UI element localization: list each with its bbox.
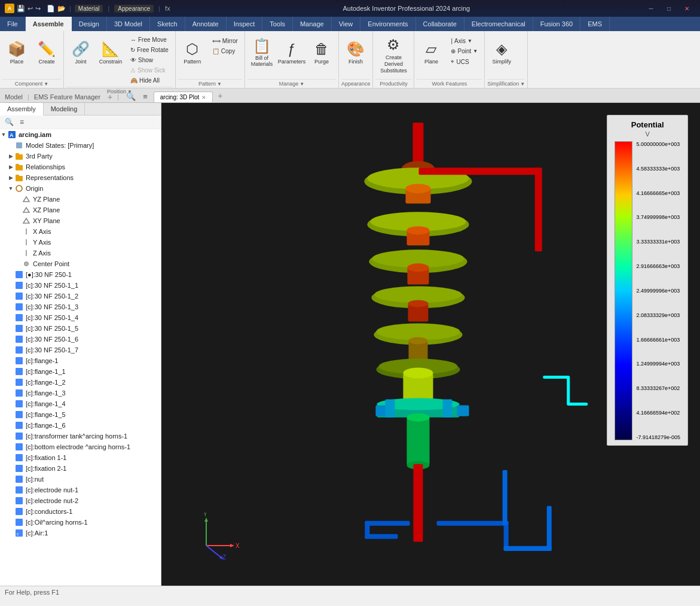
joint-button[interactable]: 🔗 Joint bbox=[66, 34, 95, 72]
component-dropdown-icon[interactable]: ▼ bbox=[44, 81, 48, 87]
tree-arrow-icon[interactable]: ▼ bbox=[7, 185, 14, 191]
search-panel-icon[interactable]: 🔍 bbox=[2, 117, 16, 127]
tree-item[interactable]: [c]:Oil^arcing horns-1 bbox=[0, 517, 161, 528]
tree-item[interactable]: [c]:30 NF 250-1_7 bbox=[0, 345, 161, 355]
tree-item[interactable]: [c]:fixation 1-1 bbox=[0, 452, 161, 463]
ribbon-tab-assemble[interactable]: Assemble bbox=[26, 17, 72, 31]
tree-item[interactable]: [c]:30 NF 250-1_1 bbox=[0, 280, 161, 291]
simplification-group-label[interactable]: Simplification ▼ bbox=[487, 79, 525, 88]
save-icon[interactable]: 💾 bbox=[17, 5, 25, 13]
arcing-3d-plot-tab[interactable]: arcing: 3D Plot ✕ bbox=[154, 92, 213, 102]
window-controls[interactable]: ─ □ ✕ bbox=[643, 2, 695, 14]
tree-item[interactable]: [c]:30 NF 250-1_4 bbox=[0, 312, 161, 323]
tree-item[interactable]: [c]:flange-1_1 bbox=[0, 366, 161, 377]
ucs-button[interactable]: ⌖ UCS bbox=[447, 56, 482, 67]
place-button[interactable]: 📦 Place bbox=[2, 34, 31, 72]
axis-button[interactable]: | Axis ▼ bbox=[447, 36, 482, 46]
manage-dropdown-icon[interactable]: ▼ bbox=[299, 81, 304, 87]
tree-item[interactable]: [c]:bottom electrode ^arcing horns-1 bbox=[0, 441, 161, 452]
list-panel-icon[interactable]: ≡ bbox=[17, 117, 26, 127]
ribbon-tab-file[interactable]: File bbox=[0, 17, 26, 31]
ribbon-tab-view[interactable]: View bbox=[332, 17, 361, 31]
free-move-button[interactable]: ↔ Free Move bbox=[126, 35, 173, 45]
tree-item[interactable]: XZ Plane bbox=[0, 205, 161, 215]
ribbon-tab-fusion-360[interactable]: Fusion 360 bbox=[533, 17, 580, 31]
ribbon-tab-environments[interactable]: Environments bbox=[360, 17, 415, 31]
tree-item[interactable]: [c]:electrode nut-1 bbox=[0, 485, 161, 495]
tree-item[interactable]: [c]:transformer tank^arcing horns-1 bbox=[0, 431, 161, 441]
simplify-button[interactable]: ◈ Simplify bbox=[487, 34, 516, 72]
tab-close-icon[interactable]: ✕ bbox=[201, 95, 206, 101]
tree-item[interactable]: Center Point bbox=[0, 258, 161, 269]
axis-dropdown-icon[interactable]: ▼ bbox=[467, 38, 472, 44]
tree-item[interactable]: YZ Plane bbox=[0, 194, 161, 205]
ribbon-tab-sketch[interactable]: Sketch bbox=[150, 17, 185, 31]
hide-all-button[interactable]: 🙈 Hide All bbox=[126, 75, 173, 86]
component-group-label[interactable]: Component ▼ bbox=[2, 79, 61, 88]
tree-item[interactable]: [c]:30 NF 250-1_6 bbox=[0, 334, 161, 345]
tree-item[interactable]: Model States: [Primary] bbox=[0, 140, 161, 151]
finish-button[interactable]: 🎨 Finish bbox=[341, 34, 370, 72]
copy-button[interactable]: 📋 Copy bbox=[208, 46, 242, 56]
pattern-dropdown-icon[interactable]: ▼ bbox=[217, 81, 222, 87]
ribbon-tab-inspect[interactable]: Inspect bbox=[227, 17, 262, 31]
tree-arrow-icon[interactable]: ▶ bbox=[7, 175, 14, 181]
tree-item[interactable]: c[c]:Air:1 bbox=[0, 528, 161, 538]
3d-viewport[interactable]: Potential V 5.00000000e+0034.58333333e+0… bbox=[161, 103, 700, 586]
minimize-button[interactable]: ─ bbox=[643, 2, 659, 14]
tree-item[interactable]: ▼Origin bbox=[0, 183, 161, 194]
model-tab-button[interactable]: Model bbox=[2, 92, 25, 102]
ribbon-tab-design[interactable]: Design bbox=[72, 17, 107, 31]
tree-arrow-icon[interactable]: ▶ bbox=[7, 153, 14, 159]
tree-item[interactable]: [c]:flange-1_6 bbox=[0, 420, 161, 431]
tree-item[interactable]: [c]:flange-1_2 bbox=[0, 377, 161, 388]
bom-button[interactable]: 📋 Bill of Materials bbox=[247, 34, 276, 72]
tree-item[interactable]: [c]:fixation 2-1 bbox=[0, 463, 161, 474]
mirror-button[interactable]: ⟺ Mirror bbox=[208, 36, 242, 46]
search-doc-icon[interactable]: 🔍 bbox=[124, 91, 138, 102]
tree-item[interactable]: ▼Aarcing.iam bbox=[0, 129, 161, 140]
new-icon[interactable]: 📄 bbox=[47, 5, 55, 13]
material-dropdown[interactable]: Material bbox=[75, 5, 103, 13]
ribbon-tab-annotate[interactable]: Annotate bbox=[185, 17, 227, 31]
ribbon-tab-electromechanical[interactable]: Electromechanical bbox=[464, 17, 533, 31]
tree-item[interactable]: ▶Representations bbox=[0, 172, 161, 183]
modeling-tab[interactable]: Modeling bbox=[44, 103, 85, 115]
tree-item[interactable]: [c]:electrode nut-2 bbox=[0, 495, 161, 506]
tree-arrow-icon[interactable]: ▼ bbox=[0, 132, 7, 138]
tree-item[interactable]: [c]:30 NF 250-1_3 bbox=[0, 302, 161, 312]
free-rotate-button[interactable]: ↻ Free Rotate bbox=[126, 45, 173, 55]
point-dropdown-icon[interactable]: ▼ bbox=[473, 48, 478, 54]
tree-item[interactable]: [c]:flange-1_5 bbox=[0, 409, 161, 420]
show-sick-button[interactable]: ⚠ Show Sick bbox=[126, 65, 173, 75]
redo-icon[interactable]: ↪ bbox=[35, 5, 41, 13]
plane-button[interactable]: ▱ Plane bbox=[417, 34, 445, 72]
manage-group-label[interactable]: Manage ▼ bbox=[247, 79, 336, 88]
open-icon[interactable]: 📂 bbox=[57, 5, 66, 13]
point-button[interactable]: ⊕ Point ▼ bbox=[447, 46, 482, 56]
ribbon-tab-manage[interactable]: Manage bbox=[293, 17, 332, 31]
tree-item[interactable]: X Axis bbox=[0, 226, 161, 237]
ribbon-tab-tools[interactable]: Tools bbox=[262, 17, 293, 31]
tree-item[interactable]: [c]:flange-1 bbox=[0, 355, 161, 366]
maximize-button[interactable]: □ bbox=[661, 2, 677, 14]
ems-feature-tab-button[interactable]: EMS Feature Manager bbox=[32, 92, 103, 102]
tree-item[interactable]: [c]:conductors-1 bbox=[0, 506, 161, 517]
new-tab-button[interactable]: + bbox=[214, 89, 226, 102]
add-tab-icon[interactable]: + bbox=[108, 92, 112, 102]
tree-arrow-icon[interactable]: ▶ bbox=[7, 164, 14, 170]
pattern-button[interactable]: ⬡ Pattern bbox=[178, 34, 207, 72]
tree-item[interactable]: ▶3rd Party bbox=[0, 151, 161, 162]
constrain-button[interactable]: 📐 Constrain bbox=[96, 34, 125, 72]
quick-access-toolbar[interactable]: 💾 ↩ ↪ 📄 📂 | Material | Appearance | fx bbox=[17, 5, 170, 13]
ribbon-tab-collaborate[interactable]: Collaborate bbox=[416, 17, 464, 31]
tree-item[interactable]: [c]:nut bbox=[0, 474, 161, 485]
appearance-dropdown[interactable]: Appearance bbox=[114, 5, 154, 13]
pattern-group-label[interactable]: Pattern ▼ bbox=[178, 79, 242, 88]
tree-item[interactable]: XY Plane bbox=[0, 215, 161, 226]
show-button[interactable]: 👁 Show bbox=[126, 55, 173, 65]
simplification-dropdown-icon[interactable]: ▼ bbox=[520, 81, 525, 87]
ribbon-tab-3d-model[interactable]: 3D Model bbox=[107, 17, 150, 31]
tree-item[interactable]: [c]:30 NF 250-1_5 bbox=[0, 323, 161, 334]
purge-button[interactable]: 🗑 Purge bbox=[307, 34, 336, 72]
